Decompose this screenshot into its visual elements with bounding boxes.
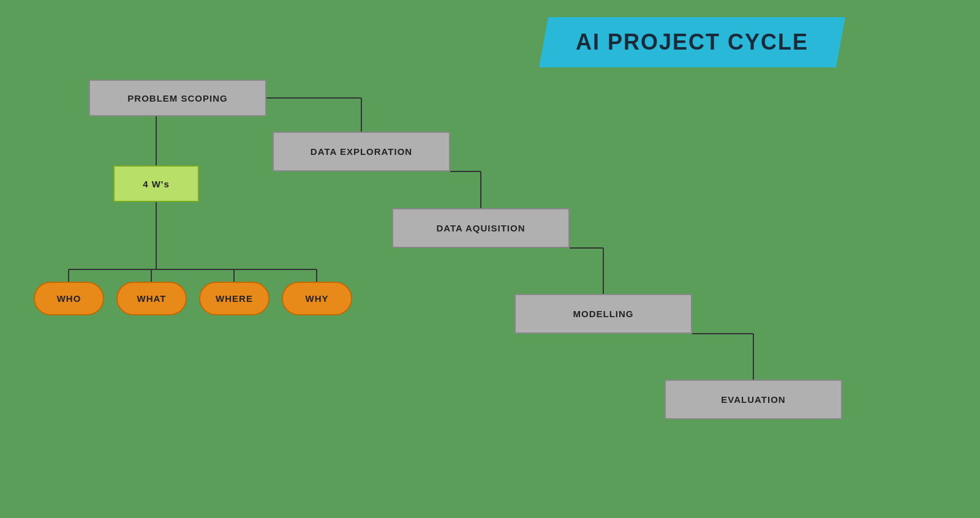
what-box: WHAT bbox=[116, 282, 187, 315]
connector-lines bbox=[0, 0, 980, 518]
problem-scoping-box: PROBLEM SCOPING bbox=[89, 80, 266, 116]
who-box: WHO bbox=[34, 282, 104, 315]
four-ws-box: 4 W's bbox=[113, 165, 199, 202]
data-acquisition-box: DATA AQUISITION bbox=[392, 208, 570, 248]
data-exploration-box: DATA EXPLORATION bbox=[273, 132, 450, 171]
why-box: WHY bbox=[282, 282, 352, 315]
diagram-container: AI PROJECT CYCLE PROBLEM SCOPING 4 W's W… bbox=[0, 0, 980, 518]
where-box: WHERE bbox=[199, 282, 270, 315]
title-text: AI PROJECT CYCLE bbox=[576, 29, 809, 55]
title-badge: AI PROJECT CYCLE bbox=[539, 17, 845, 67]
modelling-box: MODELLING bbox=[514, 294, 692, 334]
evaluation-box: EVALUATION bbox=[665, 380, 842, 419]
